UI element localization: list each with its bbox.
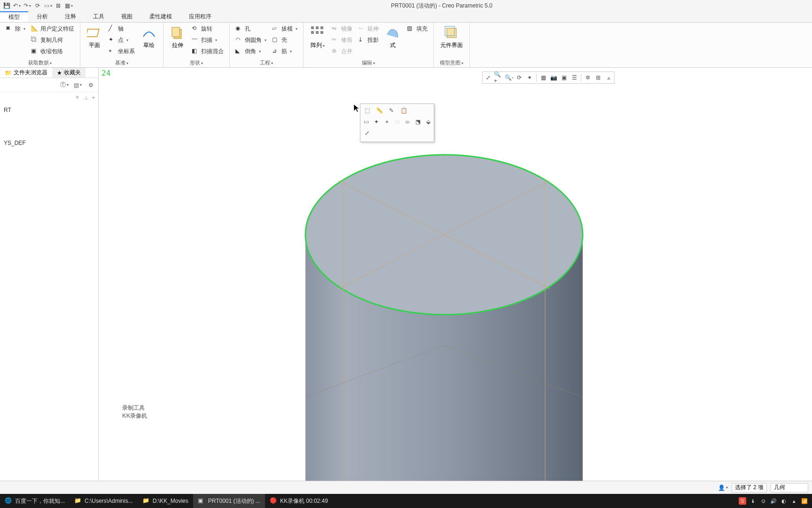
task-explorer2[interactable]: 📁 D:\KK_Movies [138,494,193,508]
status-filter[interactable]: 几何 [771,483,808,492]
ctx-point-icon[interactable]: ✦ [373,117,380,127]
qat-windows-icon[interactable]: ▭ [43,1,53,10]
qat-close-icon[interactable]: ⊠ [54,1,63,10]
compui-button[interactable]: 元件界面 [437,24,466,58]
tray-chevron-icon[interactable]: ▴ [790,497,798,505]
csys-button[interactable]: ⌖坐标系 [107,46,137,56]
revolve-label: 旋转 [201,25,212,33]
qat-save-icon[interactable]: 💾 [2,1,11,10]
mirror-button: ⇋镜像 [330,24,354,34]
add-icon[interactable]: ＋ [91,94,96,102]
tree-settings-icon[interactable]: ⚙ [86,80,95,90]
sketch-button[interactable]: 草绘 [139,24,159,58]
tab-folder-browser[interactable]: 📁文件夹浏览器 [0,68,52,78]
perspective-icon[interactable]: ▣ [559,73,569,82]
status-find-icon[interactable]: 👤 [718,483,728,492]
tab-analyze[interactable]: 分析 [28,11,56,22]
ctx-dimension-icon[interactable]: 📏 [375,106,384,115]
3d-viewport[interactable]: 24 [99,68,812,481]
group-shape-label[interactable]: 形状 [167,58,226,67]
revolve-icon: ⟲ [192,25,199,32]
plane-button[interactable]: 平面 [84,24,105,58]
tab-app[interactable]: 应用程序 [180,11,220,22]
ctx-expand-icon[interactable]: ⤢ [362,128,372,138]
userdef-button[interactable]: 📐用户定义特征 [29,24,76,34]
annotations-icon[interactable]: ✲ [583,73,593,82]
tab-flex[interactable]: 柔性建模 [141,11,180,22]
style-button[interactable]: 式 [383,24,403,58]
group-datum-label[interactable]: 基准 [84,58,159,67]
tree-show-icon[interactable]: ▤ [73,80,82,90]
rib-button[interactable]: ⊿筋 [270,46,299,56]
svg-rect-4 [316,26,319,29]
pattern-button[interactable]: 阵列 [307,24,328,58]
point-button[interactable]: ✦点 [107,35,137,45]
tray-ime-icon[interactable]: S [739,497,746,505]
tab-view[interactable]: 视图 [113,11,141,22]
draft-button[interactable]: ▱拔模 [270,24,299,34]
tray-wifi-icon[interactable]: 📶 [801,497,808,505]
extrude-button[interactable]: 拉伸 [167,24,188,58]
ctx-select-icon[interactable]: ⬚ [362,106,372,115]
layers-icon[interactable]: ☰ [570,73,579,82]
round-button[interactable]: ◠倒圆角 [234,35,268,45]
copygeo-button[interactable]: ⿻复制几何 [29,35,76,45]
task-creo-label: PRT0001 (活动的) ... [208,497,260,505]
group-edit-label[interactable]: 编辑 [307,58,429,67]
hole-button[interactable]: ◉孔 [234,24,268,34]
fill-button[interactable]: ▨填充 [405,24,429,34]
qat-more-icon[interactable]: ▦ [64,1,73,10]
ctx-copy-icon[interactable]: 📋 [399,106,408,115]
task-kkrecorder[interactable]: 🔴 KK录像机 00:02:49 [265,494,333,508]
tray-network-icon[interactable]: ◐ [780,497,788,505]
tab-model[interactable]: 模型 [0,11,28,22]
tab-annotate[interactable]: 注释 [56,11,85,22]
model-tree[interactable]: RT YS_DEF [0,103,98,151]
tree-root[interactable]: RT [3,105,95,115]
qat-regen-icon[interactable]: ⟳ [33,1,42,10]
delete-button[interactable]: ✖除 [4,24,27,34]
group-intent-label[interactable]: 模型意图 [437,58,466,67]
task-baidu[interactable]: 🌐 百度一下，你就知... [0,494,70,508]
spin-icon[interactable]: ✦ [525,73,534,82]
shrinkwrap-button[interactable]: ▣收缩包络 [29,46,76,56]
qat-redo-icon[interactable]: ↷ [23,1,32,10]
display-style-icon[interactable]: ▦ [539,73,548,82]
close-icon[interactable]: × [76,94,79,101]
task-creo[interactable]: ▣ PRT0001 (活动的) ... [193,494,265,508]
tab-favorites[interactable]: ★收藏夹 [52,68,86,78]
shell-button[interactable]: ▢壳 [270,35,299,45]
tree-filter-icon[interactable]: Ⓣ [60,80,69,90]
sweepblend-button[interactable]: ◧扫描混合 [190,46,226,56]
project-button[interactable]: ⤓投影 [356,35,381,45]
qat-undo-icon[interactable]: ↶ [12,1,22,10]
pin-icon[interactable]: ⟂ [85,94,88,101]
tree-csys[interactable]: YS_DEF [3,138,95,148]
refit-icon[interactable]: ⤢ [484,73,493,82]
datums-icon[interactable]: ⊞ [593,73,603,82]
saved-views-icon[interactable]: 📷 [549,73,558,82]
tray-temp-icon[interactable]: 🌡 [749,497,757,505]
tray-shield-icon[interactable]: ⊙ [759,497,767,505]
mirror-icon: ⇋ [332,25,339,32]
group-datum: 平面 ╱轴 ✦点 ⌖坐标系 草绘 基准 [80,23,164,67]
merge-label: 合并 [341,48,352,56]
sweep-button[interactable]: 〰扫描 [190,35,226,45]
tab-tool[interactable]: 工具 [85,11,113,22]
revolve-button[interactable]: ⟲旋转 [190,24,226,34]
axis-button[interactable]: ╱轴 [107,24,137,34]
ctx-csys-icon[interactable]: ⌖ [383,117,390,127]
zoomout-icon[interactable]: 🔍- [504,73,514,82]
simulate-icon[interactable]: ⟁ [604,73,613,82]
group-eng-label[interactable]: 工程 [234,58,299,67]
ctx-more-icon[interactable]: ⬙ [424,117,432,127]
group-getdata-label[interactable]: 获取数据 [4,58,76,67]
repaint-icon[interactable]: ⟳ [515,73,524,82]
tray-speaker-icon[interactable]: 🔊 [770,497,777,505]
ctx-style-icon[interactable]: ⬔ [414,117,422,127]
chamfer-button[interactable]: ◣倒角 [234,46,268,56]
ctx-view-icon[interactable]: ▭ [362,117,370,127]
zoomin-icon[interactable]: 🔍+ [494,73,503,82]
ctx-edit-icon[interactable]: ✎ [387,106,396,115]
task-explorer1[interactable]: 📁 C:\Users\Adminis... [70,494,138,508]
